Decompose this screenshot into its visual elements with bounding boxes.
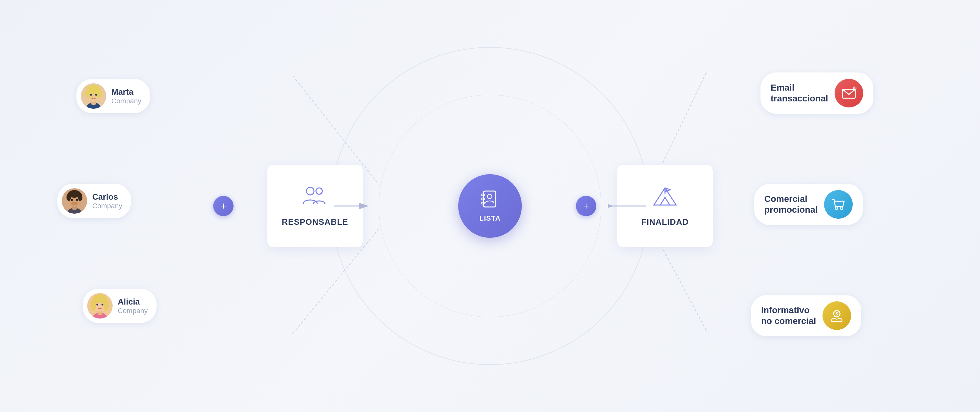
svg-point-20 — [67, 193, 71, 201]
plus-button-right[interactable]: + — [576, 196, 596, 216]
svg-line-3 — [655, 73, 706, 178]
person-card-carlos[interactable]: Carlos Company — [57, 184, 131, 218]
service-card-comercial-promocional[interactable]: Comercialpromocional — [754, 184, 863, 225]
diagram-scene: Marta Company — [0, 0, 980, 412]
avatar-carlos — [62, 188, 87, 214]
service-card-email-transaccional[interactable]: Emailtransaccional — [760, 73, 873, 114]
svg-point-21 — [78, 193, 83, 201]
svg-point-12 — [97, 89, 102, 98]
person-card-marta[interactable]: Marta Company — [76, 79, 150, 113]
svg-point-32 — [96, 304, 98, 306]
plus-icon-right: + — [583, 200, 589, 212]
svg-rect-40 — [482, 198, 484, 200]
lista-circle: LISTA — [458, 174, 522, 238]
svg-point-13 — [90, 94, 92, 96]
service-name-comercial: Comercialpromocional — [764, 193, 818, 215]
svg-point-24 — [71, 202, 78, 205]
plus-icon-left: + — [221, 200, 226, 212]
person-name-marta: Marta — [111, 87, 141, 97]
svg-point-14 — [95, 94, 97, 96]
service-name-informativo: Informativono comercial — [761, 305, 816, 326]
lista-label: LISTA — [479, 214, 501, 222]
responsable-icon — [301, 185, 329, 213]
avatar-alicia — [87, 293, 113, 319]
service-name-email: Emailtransaccional — [771, 82, 828, 104]
service-icon-email — [835, 79, 863, 108]
svg-rect-41 — [482, 202, 484, 204]
service-icon-comercial — [824, 190, 853, 219]
svg-point-35 — [316, 188, 322, 194]
person-company-marta: Company — [111, 97, 141, 105]
finalidad-label: FINALIDAD — [641, 217, 689, 227]
person-info-marta: Marta Company — [111, 87, 141, 105]
svg-point-42 — [487, 194, 492, 199]
person-company-carlos: Company — [92, 202, 122, 210]
finalidad-icon — [651, 185, 679, 213]
svg-marker-47 — [665, 188, 670, 192]
svg-point-22 — [71, 199, 73, 201]
responsable-label: RESPONSABLE — [282, 217, 348, 227]
svg-text:$: $ — [835, 311, 838, 316]
arrow-right — [608, 200, 646, 212]
svg-point-23 — [76, 199, 78, 201]
svg-line-5 — [655, 235, 706, 331]
person-card-alicia[interactable]: Alicia Company — [83, 288, 156, 323]
svg-point-50 — [835, 207, 838, 209]
service-card-informativo[interactable]: Informativono comercial $ — [751, 295, 861, 336]
person-info-carlos: Carlos Company — [92, 192, 122, 210]
service-text-email: Emailtransaccional — [771, 82, 828, 104]
lista-icon — [480, 190, 500, 212]
svg-point-30 — [91, 299, 96, 311]
arrow-left — [334, 200, 372, 212]
svg-rect-39 — [482, 194, 484, 196]
person-name-alicia: Alicia — [118, 297, 148, 307]
svg-point-51 — [840, 207, 843, 209]
svg-point-34 — [306, 187, 314, 195]
service-text-informativo: Informativono comercial — [761, 305, 816, 326]
person-company-alicia: Company — [118, 307, 148, 315]
svg-point-33 — [102, 304, 103, 306]
avatar-marta — [81, 83, 106, 109]
person-name-carlos: Carlos — [92, 192, 122, 202]
service-icon-informativo: $ — [822, 301, 851, 330]
plus-button-left[interactable]: + — [213, 196, 234, 216]
svg-point-11 — [85, 89, 91, 98]
person-info-alicia: Alicia Company — [118, 297, 148, 315]
service-text-comercial: Comercialpromocional — [764, 193, 818, 215]
svg-point-31 — [104, 299, 109, 311]
